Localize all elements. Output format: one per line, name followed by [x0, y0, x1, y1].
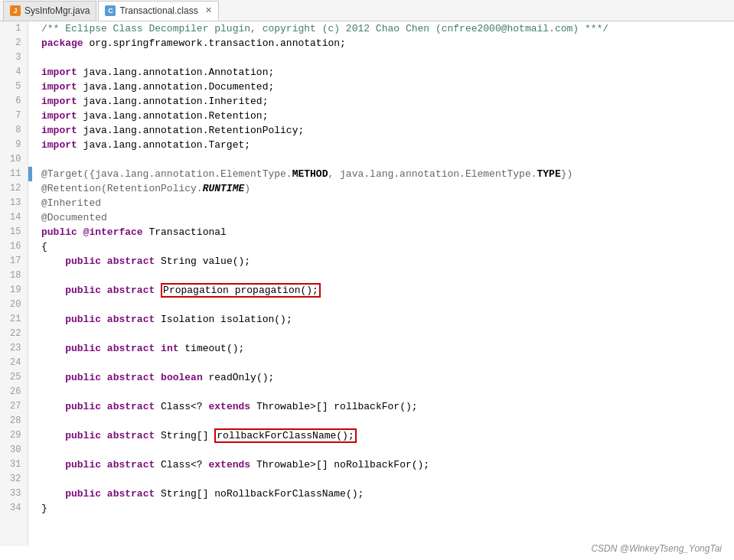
- line-number: 12: [0, 181, 28, 196]
- table-row: 1 /** Eclipse Class Decompiler plugin, c…: [0, 21, 734, 36]
- table-row: 32: [0, 472, 734, 487]
- line-number: 34: [0, 501, 28, 516]
- java-file-icon: J: [10, 5, 21, 16]
- code-line: public @interface Transactional: [32, 225, 734, 239]
- code-line: [32, 356, 734, 370]
- code-line: [32, 50, 734, 65]
- code-line: [32, 443, 734, 457]
- code-line: import java.lang.annotation.Annotation;: [32, 65, 734, 80]
- code-line: public abstract Isolation isolation();: [32, 312, 734, 327]
- code-line: import java.lang.annotation.Inherited;: [32, 94, 734, 109]
- table-row: 17 public abstract String value();: [0, 254, 734, 269]
- code-editor: 1 /** Eclipse Class Decompiler plugin, c…: [0, 21, 734, 560]
- tab-transactional[interactable]: C Transactional.class ✕: [98, 1, 218, 21]
- line-number: 4: [0, 65, 28, 80]
- table-row: 31 public abstract Class<? extends Throw…: [0, 457, 734, 472]
- code-line: public abstract String value();: [32, 254, 734, 269]
- code-line: [32, 298, 734, 312]
- tab-transactional-label: Transactional.class: [119, 5, 197, 16]
- line-number: 21: [0, 312, 28, 327]
- line-number: 20: [0, 298, 28, 312]
- line-number: [0, 516, 28, 546]
- table-row: 21 public abstract Isolation isolation()…: [0, 312, 734, 327]
- line-number: 33: [0, 487, 28, 501]
- line-number: 19: [0, 283, 28, 298]
- table-row: 12 @Retention(RetentionPolicy.RUNTIME): [0, 181, 734, 196]
- table-row: 19 public abstract Propagation propagati…: [0, 283, 734, 298]
- line-number: 6: [0, 94, 28, 109]
- code-line: [32, 385, 734, 399]
- table-row: 6 import java.lang.annotation.Inherited;: [0, 94, 734, 109]
- table-row: 25 public abstract boolean readOnly();: [0, 370, 734, 385]
- line-number: 14: [0, 210, 28, 225]
- line-number: 25: [0, 370, 28, 385]
- code-line: package org.springframework.transaction.…: [32, 36, 734, 50]
- code-line: [32, 516, 734, 546]
- code-line: public abstract Propagation propagation(…: [32, 283, 734, 298]
- table-row: 24: [0, 356, 734, 370]
- table-row: 5 import java.lang.annotation.Documented…: [0, 80, 734, 94]
- code-line: [32, 269, 734, 283]
- line-number: 1: [0, 21, 28, 36]
- code-line: public abstract int timeout();: [32, 341, 734, 356]
- table-row: 33 public abstract String[] noRollbackFo…: [0, 487, 734, 501]
- line-number: 22: [0, 327, 28, 341]
- code-line: public abstract String[] noRollbackForCl…: [32, 487, 734, 501]
- line-number: 27: [0, 399, 28, 414]
- code-line: [32, 414, 734, 428]
- line-number: 8: [0, 123, 28, 138]
- close-tab-icon[interactable]: ✕: [205, 5, 212, 15]
- table-row: 20: [0, 298, 734, 312]
- code-line: public abstract Class<? extends Throwabl…: [32, 399, 734, 414]
- line-number: 2: [0, 36, 28, 50]
- line-number: 15: [0, 225, 28, 239]
- table-row: 26: [0, 385, 734, 399]
- table-row: 23 public abstract int timeout();: [0, 341, 734, 356]
- table-row: 4 import java.lang.annotation.Annotation…: [0, 65, 734, 80]
- table-row: 15 public @interface Transactional: [0, 225, 734, 239]
- line-number: 13: [0, 196, 28, 210]
- table-row: 28: [0, 414, 734, 428]
- table-row: 11 @Target({java.lang.annotation.Element…: [0, 167, 734, 181]
- tab-bar: J SysInfoMgr.java C Transactional.class …: [0, 0, 734, 21]
- line-number: 30: [0, 443, 28, 457]
- watermark-text: CSDN @WinkeyTseng_YongTai: [591, 543, 722, 554]
- line-number: 7: [0, 109, 28, 123]
- code-line: [32, 327, 734, 341]
- table-row: 16 {: [0, 239, 734, 254]
- code-line: [32, 152, 734, 167]
- table-row: 30: [0, 443, 734, 457]
- code-line: /** Eclipse Class Decompiler plugin, cop…: [32, 21, 734, 36]
- line-number: 24: [0, 356, 28, 370]
- code-line: @Retention(RetentionPolicy.RUNTIME): [32, 181, 734, 196]
- code-table: 1 /** Eclipse Class Decompiler plugin, c…: [0, 21, 734, 546]
- code-line: import java.lang.annotation.Target;: [32, 138, 734, 152]
- table-row: 9 import java.lang.annotation.Target;: [0, 138, 734, 152]
- code-line: {: [32, 239, 734, 254]
- table-row: 7 import java.lang.annotation.Retention;: [0, 109, 734, 123]
- table-row: 2 package org.springframework.transactio…: [0, 36, 734, 50]
- code-line: @Target({java.lang.annotation.ElementTyp…: [32, 167, 734, 181]
- table-row: 18: [0, 269, 734, 283]
- code-line: @Inherited: [32, 196, 734, 210]
- code-line: import java.lang.annotation.Documented;: [32, 80, 734, 94]
- line-number: 3: [0, 50, 28, 65]
- table-row: 22: [0, 327, 734, 341]
- table-row: 13 @Inherited: [0, 196, 734, 210]
- table-row: 34 }: [0, 501, 734, 516]
- table-row: 10: [0, 152, 734, 167]
- code-line: @Documented: [32, 210, 734, 225]
- code-line: import java.lang.annotation.RetentionPol…: [32, 123, 734, 138]
- code-line: public abstract boolean readOnly();: [32, 370, 734, 385]
- line-number: 10: [0, 152, 28, 167]
- line-number: 31: [0, 457, 28, 472]
- code-line: public abstract String[] rollbackForClas…: [32, 428, 734, 443]
- line-number: 32: [0, 472, 28, 487]
- line-number: 23: [0, 341, 28, 356]
- code-line: import java.lang.annotation.Retention;: [32, 109, 734, 123]
- code-line: [32, 472, 734, 487]
- tab-sysinfomgr[interactable]: J SysInfoMgr.java: [3, 1, 96, 21]
- line-number: 18: [0, 269, 28, 283]
- line-number: 5: [0, 80, 28, 94]
- line-number: 9: [0, 138, 28, 152]
